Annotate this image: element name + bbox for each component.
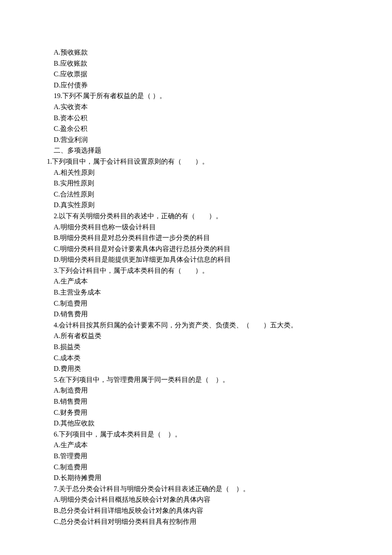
text-line: D.销售费用 (47, 309, 366, 320)
text-line: B.总分类会计科目详细地反映会计对象的具体内容 (47, 505, 366, 516)
text-line: B.应收账款 (47, 58, 366, 69)
text-line: D.长期待摊费用 (47, 472, 366, 483)
text-line: A.实收资本 (47, 101, 366, 113)
text-line: C.应收票据 (47, 69, 366, 80)
document-page: A.预收账款B.应收账款C.应收票据D.应付债券19.下列不属于所有者权益的是（… (0, 0, 392, 552)
text-line: B.管理费用 (47, 451, 366, 462)
text-line: 2.以下有关明细分类科目的表述中，正确的有（ ）。 (47, 211, 366, 222)
text-line: A.明细分类会计科目概括地反映会计对象的具体内容 (47, 494, 366, 505)
text-line: A.生产成本 (47, 439, 366, 451)
text-line: A.明细分类科目也称一级会计科目 (47, 222, 366, 233)
text-line: B.实用性原则 (47, 178, 366, 189)
text-line: D.其他应收款 (47, 418, 366, 429)
text-line: 1.下列项目中，属于会计科目设置原则的有（ ）。 (47, 156, 366, 167)
text-line: D.应付债券 (47, 80, 366, 91)
text-line: C.成本类 (47, 353, 366, 364)
text-line: C.财务费用 (47, 407, 366, 418)
text-line: A.生产成本 (47, 276, 366, 287)
text-line: A.预收账款 (47, 47, 366, 58)
text-line: 3.下列会计科目中，属于成本类科目的有（ ）。 (47, 265, 366, 276)
text-line: B.损益类 (47, 341, 366, 353)
text-line: D.营业利润 (47, 134, 366, 145)
text-line: A.制造费用 (47, 385, 366, 396)
text-line: 5.在下列项目中，与管理费用属于同一类科目的是（ ）。 (47, 374, 366, 385)
text-line: C.总分类会计科目对明细分类科目具有控制作用 (47, 516, 366, 527)
text-line: 7.关于总分类会计科目与明细分类会计科目表述正确的是（ ）。 (47, 483, 366, 494)
text-line: D.费用类 (47, 363, 366, 374)
text-line: C.制造费用 (47, 298, 366, 309)
text-line: C.明细分类科目是对会计要素具体内容进行总括分类的科目 (47, 243, 366, 254)
text-line: 6.下列项目中，属于成本类科目是（ ）。 (47, 429, 366, 440)
text-line: B.销售费用 (47, 396, 366, 407)
text-line: D.真实性原则 (47, 199, 366, 211)
text-line: B.明细分类科目是对总分类科目作进一步分类的科目 (47, 232, 366, 243)
text-line: A.所有者权益类 (47, 330, 366, 341)
text-line: C.盈余公积 (47, 123, 366, 134)
text-line: B.资本公积 (47, 113, 366, 124)
text-line: C.合法性原则 (47, 189, 366, 200)
text-line: 二、多项选择题 (47, 145, 366, 156)
text-line: B.主营业务成本 (47, 287, 366, 298)
text-line: 4.会计科目按其所归属的会计要素不同，分为资产类、负债类、（ ）五大类。 (47, 320, 366, 331)
text-line: D.明细分类科目是能提供更加详细更加具体会计信息的科目 (47, 254, 366, 265)
text-line: C.制造费用 (47, 462, 366, 473)
text-line: 19.下列不属于所有者权益的是（ ）。 (47, 90, 366, 101)
text-line: A.相关性原则 (47, 167, 366, 178)
